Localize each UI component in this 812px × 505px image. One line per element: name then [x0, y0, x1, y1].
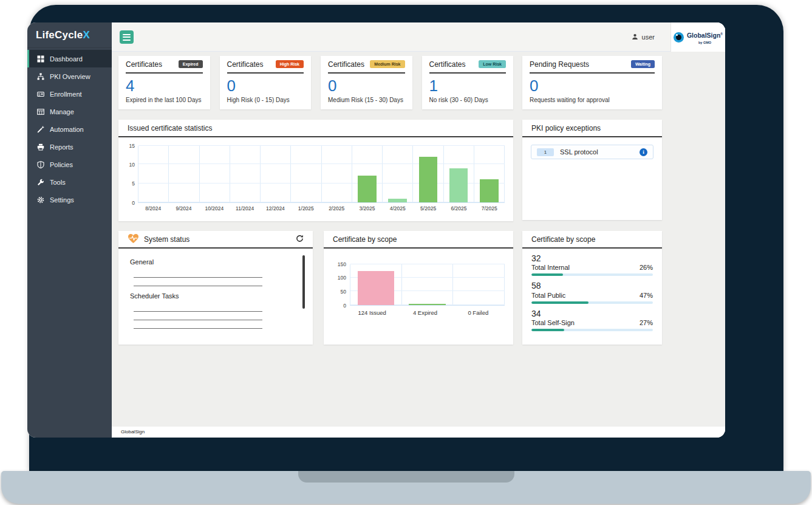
globalsign-brand: GlobalSign® by GMO [670, 22, 725, 52]
y-axis-tick: 10 [129, 162, 135, 168]
chart-column [322, 146, 352, 202]
y-axis-tick: 50 [341, 289, 346, 295]
y-axis-tick: 0 [132, 201, 135, 206]
sidebar-item-label: Reports [50, 143, 73, 151]
card-description: High Risk (0 - 15) Days [227, 97, 304, 103]
scope-percent: 47% [640, 292, 653, 299]
summary-cards-row: CertificatesExpired4Expired in the last … [118, 56, 513, 109]
globalsign-eye-icon [674, 32, 684, 43]
y-axis-tick: 150 [338, 262, 346, 267]
heart-pulse-icon [128, 233, 139, 246]
x-axis-label: 1/2025 [291, 205, 321, 211]
scope-count: 32 [531, 254, 653, 263]
status-placeholder-row [134, 320, 262, 329]
bar [358, 176, 377, 202]
scope-label: Total Public [531, 292, 565, 299]
summary-card-high-risk: CertificatesHigh Risk0High Risk (0 - 15)… [220, 56, 312, 109]
card-value: 0 [328, 78, 405, 94]
x-axis-label: 3/2025 [352, 205, 382, 211]
sidebar: LifeCycleX DashboardPKI OverviewEnrollme… [27, 22, 112, 438]
chart-column [230, 146, 261, 202]
id-card-icon [37, 91, 44, 98]
user-icon [632, 33, 638, 41]
scope-percent: 27% [640, 319, 653, 326]
scope-count: 58 [531, 281, 653, 290]
card-title: Certificates [126, 60, 162, 69]
app-window: LifeCycleX DashboardPKI OverviewEnrollme… [27, 22, 725, 438]
sidebar-item-enrollment[interactable]: Enrollment [27, 85, 112, 103]
sidebar-item-settings[interactable]: Settings [27, 191, 112, 208]
user-label: user [642, 33, 655, 41]
x-axis-label: 2/2025 [321, 205, 352, 211]
sidebar-item-label: Automation [50, 126, 84, 133]
page: LifeCycleX DashboardPKI OverviewEnrollme… [0, 0, 812, 505]
card-status-badge: Low Risk [479, 60, 506, 68]
card-title: Certificates [227, 60, 264, 69]
card-value: 1 [429, 78, 507, 94]
card-description: Requests waiting for approval [530, 97, 655, 103]
certificate-by-scope-breakdown-panel: Certificate by scope 32Total Internal26%… [522, 231, 662, 345]
scope-label: Total Self-Sign [531, 319, 575, 326]
policy-exception-row[interactable]: 1SSL protocoli [531, 145, 653, 159]
card-status-badge: Medium Risk [370, 60, 404, 68]
x-axis-label: 0 Failed [452, 309, 505, 316]
sidebar-item-label: Dashboard [50, 55, 83, 63]
chart-column [413, 146, 443, 202]
shield-icon [37, 161, 44, 168]
status-section-label: Scheduler Tasks [130, 292, 313, 300]
chart-column [291, 146, 321, 202]
y-axis-tick: 5 [132, 181, 135, 187]
panel-title: PKI policy exceptions [522, 120, 662, 137]
scope-breakdown-item: 58Total Public47% [531, 281, 653, 303]
chart-column [200, 146, 230, 202]
sidebar-item-reports[interactable]: Reports [27, 138, 112, 156]
chart-column [352, 146, 383, 202]
certificate-by-scope-chart: 150100500 124 Issued4 Expired0 Failed [333, 264, 505, 316]
app-logo-text: LifeCycle [36, 29, 83, 41]
table-icon [37, 108, 44, 115]
sidebar-item-policies[interactable]: Policies [27, 156, 112, 173]
x-axis-label: 4/2025 [383, 205, 413, 211]
laptop-base-notch [298, 471, 514, 483]
sidebar-item-automation[interactable]: Automation [27, 120, 112, 138]
status-placeholder-row [134, 269, 262, 278]
scope-progress-bar [531, 329, 653, 331]
scope-progress-bar [531, 273, 653, 276]
sidebar-item-label: Policies [50, 161, 73, 168]
y-axis-tick: 100 [338, 275, 346, 281]
chart-column [261, 146, 291, 202]
sidebar-item-label: PKI Overview [50, 73, 90, 80]
sidebar-menu: DashboardPKI OverviewEnrollmentManageAut… [27, 48, 112, 208]
chart-column [453, 264, 505, 305]
bar [419, 157, 438, 202]
certificate-by-scope-chart-panel: Certificate by scope 150100500 124 Issue… [324, 231, 513, 345]
bar [409, 304, 445, 306]
sidebar-item-tools[interactable]: Tools [27, 173, 112, 191]
sidebar-item-manage[interactable]: Manage [27, 103, 112, 120]
card-status-badge: High Risk [276, 60, 304, 68]
y-axis-tick: 15 [129, 143, 135, 149]
card-description: No risk (30 - 60) Days [429, 97, 507, 103]
sidebar-item-dashboard[interactable]: Dashboard [27, 50, 112, 67]
user-menu[interactable]: user [632, 22, 655, 52]
hamburger-menu-button[interactable] [120, 30, 134, 44]
scrollbar[interactable] [302, 255, 305, 309]
card-title: Pending Requests [530, 60, 589, 69]
info-icon[interactable]: i [640, 148, 647, 156]
gear-icon [37, 196, 44, 204]
scope-breakdown-item: 32Total Internal26% [531, 254, 653, 276]
card-status-badge: Expired [179, 60, 203, 68]
refresh-icon[interactable] [296, 235, 304, 244]
x-axis-label: 4 Expired [398, 309, 451, 316]
card-status-badge: Waiting [631, 60, 655, 68]
gridline [138, 163, 505, 164]
chart-column [350, 264, 402, 305]
status-placeholder-row [134, 278, 262, 286]
sidebar-item-label: Tools [50, 179, 66, 186]
sitemap-icon [37, 73, 44, 80]
y-axis-tick: 0 [343, 303, 346, 309]
main-area: user GlobalSign® by GMO CertificatesExpi… [112, 22, 725, 438]
card-value: 4 [126, 78, 203, 94]
chart-column [383, 146, 413, 202]
sidebar-item-pki-overview[interactable]: PKI Overview [27, 67, 112, 85]
